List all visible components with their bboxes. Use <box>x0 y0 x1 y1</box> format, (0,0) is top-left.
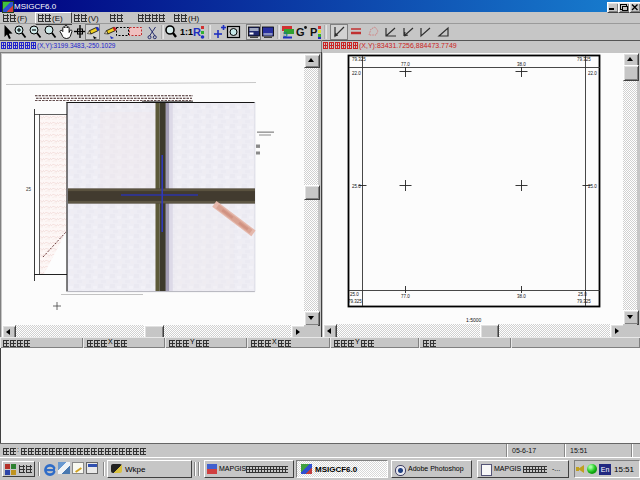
svg-text:25: 25 <box>26 187 32 192</box>
svg-text:R: R <box>193 26 201 38</box>
svg-text:79.325: 79.325 <box>577 299 591 304</box>
svg-text:P: P <box>310 26 317 38</box>
svg-text:25.0: 25.0 <box>350 292 359 297</box>
svg-text:79.325: 79.325 <box>577 57 591 62</box>
svg-text:25.0: 25.0 <box>578 292 587 297</box>
svg-text:22.0: 22.0 <box>352 71 361 76</box>
svg-text:1:1: 1:1 <box>180 27 193 37</box>
svg-text:38.0: 38.0 <box>517 294 526 299</box>
svg-text:25.0: 25.0 <box>352 184 361 189</box>
svg-text:79.325: 79.325 <box>348 299 362 304</box>
svg-text:22.0: 22.0 <box>588 71 597 76</box>
svg-text:38.0: 38.0 <box>517 62 526 67</box>
svg-text:25.0: 25.0 <box>588 184 597 189</box>
svg-text:77.0: 77.0 <box>401 294 410 299</box>
svg-text:77.0: 77.0 <box>401 62 410 67</box>
svg-text:G: G <box>296 26 305 38</box>
svg-text:79.325: 79.325 <box>352 57 366 62</box>
svg-text:1:5000: 1:5000 <box>466 317 482 323</box>
